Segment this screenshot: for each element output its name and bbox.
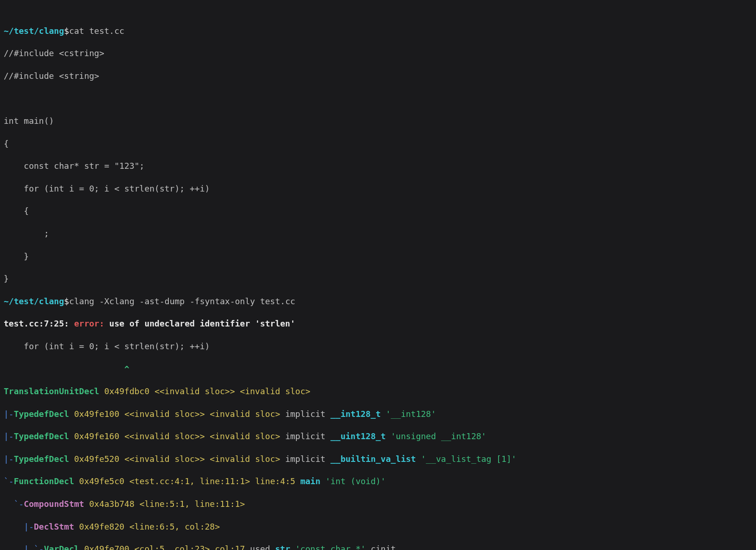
command-1: cat test.cc [69,26,124,36]
source-line: { [4,138,752,149]
ast-sloc: <<invalid sloc>> <invalid sloc> [124,409,280,419]
ast-type: 'unsigned __int128' [386,431,487,441]
ast-type: 'int (void)' [320,476,386,486]
ast-used: used [250,544,275,550]
prompt-symbol: $ [64,26,69,36]
prompt-path: ~/test/clang [4,296,64,306]
ast-addr: 0x49fe520 [69,454,124,464]
ast-declstmt: |-DeclStmt 0x49fe820 <line:6:5, col:28> [4,521,752,532]
error-message: use of undeclared identifier 'strlen' [109,319,295,328]
ast-node-name: DeclStmt [34,522,74,531]
prompt-line-2: ~/test/clang$clang -Xclang -ast-dump -fs… [4,296,752,307]
ast-identifier: __builtin_va_list [330,454,416,464]
ast-init: cinit [365,544,396,550]
ast-sloc: <col:5, col:23> [135,544,210,550]
ast-node-name: FunctionDecl [14,476,74,486]
ast-node-name: TypedefDecl [14,431,69,441]
ast-implicit: implicit [280,431,330,441]
prompt-path: ~/test/clang [4,26,64,36]
ast-addr: 0x49fe5c0 [74,476,129,486]
ast-tree-pipe: |- [4,454,14,464]
ast-compoundstmt: `-CompoundStmt 0x4a3b748 <line:5:1, line… [4,499,752,510]
ast-tree-pipe: |- [4,409,14,419]
ast-implicit: implicit [280,409,330,419]
error-header: test.cc:7:25: error: use of undeclared i… [4,318,752,329]
ast-node-name: TranslationUnitDecl [4,386,99,396]
ast-type: '__int128' [381,409,436,419]
source-line: int main() [4,115,752,127]
ast-sloc: <line:5:1, line:11:1> [140,499,245,509]
ast-identifier: __uint128_t [330,431,385,441]
ast-vardecl: | `-VarDecl 0x49fe700 <col:5, col:23> co… [4,544,752,550]
ast-functiondecl: `-FunctionDecl 0x49fe5c0 <test.cc:4:1, l… [4,476,752,487]
source-line: } [4,273,752,284]
ast-pos: line:4:5 [250,476,300,486]
ast-sloc: <<invalid sloc>> <invalid sloc> [154,386,310,396]
ast-sloc: <<invalid sloc>> <invalid sloc> [124,431,280,441]
ast-identifier: str [275,544,290,550]
ast-tree-pipe: `- [4,499,24,509]
source-line: ; [4,228,752,239]
ast-addr: 0x4a3b748 [84,499,139,509]
error-caret: ^ [4,364,752,375]
ast-node-name: VarDecl [44,544,79,550]
ast-type: '__va_list_tag [1]' [416,454,517,464]
terminal[interactable]: ~/test/clang$cat test.cc //#include <cst… [0,0,756,550]
ast-tree-pipe: `- [4,476,14,486]
ast-typedef: |-TypedefDecl 0x49fe100 <<invalid sloc>>… [4,409,752,420]
error-tag: error: [74,319,109,328]
ast-tree-pipe: |- [4,522,34,531]
source-line: { [4,205,752,217]
source-line: for (int i = 0; i < strlen(str); ++i) [4,183,752,194]
ast-node-name: CompoundStmt [24,499,84,509]
ast-sloc: <test.cc:4:1, line:11:1> [129,476,250,486]
prompt-line-1: ~/test/clang$cat test.cc [4,26,752,37]
ast-identifier: __int128_t [330,409,380,419]
ast-node-name: TypedefDecl [14,454,69,464]
ast-tree-pipe: |- [4,431,14,441]
error-source: for (int i = 0; i < strlen(str); ++i) [4,341,752,352]
source-line: //#include <string> [4,70,752,82]
source-line: } [4,251,752,262]
ast-tree-pipe: | `- [4,544,44,550]
ast-pos: col:17 [210,544,250,550]
prompt-symbol: $ [64,296,69,306]
ast-sloc: <line:6:5, col:28> [129,522,220,531]
ast-addr: 0x49fe160 [69,431,124,441]
ast-implicit: implicit [280,454,330,464]
ast-addr: 0x49fe700 [79,544,135,550]
ast-type: 'const char *' [290,544,366,550]
ast-node-name: TypedefDecl [14,409,69,419]
source-line [4,93,752,104]
source-line: //#include <cstring> [4,48,752,59]
command-2: clang -Xclang -ast-dump -fsyntax-only te… [69,296,295,306]
ast-addr: 0x49fe820 [74,522,129,531]
ast-typedef: |-TypedefDecl 0x49fe520 <<invalid sloc>>… [4,454,752,465]
ast-identifier: main [300,476,320,486]
ast-sloc: <<invalid sloc>> <invalid sloc> [124,454,280,464]
ast-addr: 0x49fdbc0 [99,386,154,396]
ast-typedef: |-TypedefDecl 0x49fe160 <<invalid sloc>>… [4,431,752,442]
source-line: const char* str = "123"; [4,160,752,172]
error-location: test.cc:7:25: [4,319,74,328]
ast-addr: 0x49fe100 [69,409,124,419]
ast-tu: TranslationUnitDecl 0x49fdbc0 <<invalid … [4,386,752,397]
